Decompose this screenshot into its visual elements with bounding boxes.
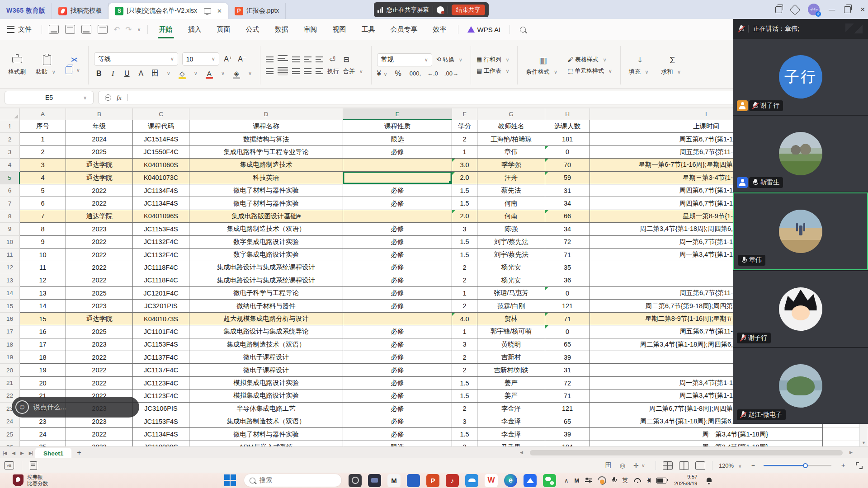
cell[interactable]: 通达学院 bbox=[66, 210, 133, 223]
edge-app-icon[interactable]: e bbox=[504, 474, 517, 487]
cell[interactable]: 13 bbox=[20, 287, 66, 300]
participant-tile[interactable]: 子行谢子行 bbox=[733, 39, 868, 115]
column-header[interactable]: F bbox=[452, 108, 477, 120]
workspace-icon[interactable] bbox=[790, 4, 801, 15]
column-header[interactable]: D bbox=[189, 108, 343, 120]
cell[interactable]: 34 bbox=[545, 223, 590, 235]
cell[interactable]: 限选 bbox=[343, 441, 452, 446]
cell[interactable]: JC1134F4S bbox=[133, 184, 189, 197]
cell[interactable]: 0 bbox=[545, 325, 590, 338]
font-name-select[interactable]: 等线∨ bbox=[94, 52, 178, 66]
camera-app-icon[interactable] bbox=[349, 474, 362, 487]
zoom-in-icon[interactable]: ＋ bbox=[840, 461, 846, 469]
tray-expand-icon[interactable]: ∧ bbox=[564, 477, 569, 484]
format-painter-button[interactable]: 格式刷 bbox=[5, 53, 28, 78]
cell[interactable]: 集成电路设计与集成系统导论 bbox=[189, 325, 343, 338]
cell[interactable]: 2022 bbox=[66, 364, 133, 376]
cell[interactable]: 年级 bbox=[66, 120, 133, 133]
cell[interactable]: 数字集成电路设计实验 bbox=[189, 249, 343, 261]
row-header[interactable]: 6 bbox=[0, 184, 20, 197]
cell[interactable]: 微纳电子材料与器件 bbox=[189, 300, 343, 312]
cell[interactable]: 5 bbox=[20, 184, 66, 197]
cell[interactable]: 必修 bbox=[343, 274, 452, 287]
cell[interactable]: 2 bbox=[452, 261, 477, 274]
cell[interactable]: K0401060S bbox=[133, 159, 189, 171]
hamburger-icon[interactable] bbox=[7, 26, 14, 33]
cell[interactable]: 11 bbox=[20, 261, 66, 274]
cell[interactable]: JC1123F4C bbox=[133, 377, 189, 389]
number-format-select[interactable]: 常规∨ bbox=[377, 53, 432, 66]
cell[interactable]: 序号 bbox=[20, 120, 66, 133]
cell[interactable]: 集成电路设计与集成系统课程设计 bbox=[189, 261, 343, 274]
cell[interactable]: JC1514F4S bbox=[133, 133, 189, 145]
wechat-app-icon[interactable] bbox=[543, 474, 556, 487]
cell[interactable]: JC1201F4C bbox=[133, 287, 189, 300]
cell[interactable]: 3 bbox=[20, 159, 66, 171]
cell[interactable]: 必修 bbox=[343, 403, 452, 415]
row-header[interactable]: 9 bbox=[0, 223, 20, 235]
redo-icon[interactable]: ↷ bbox=[125, 25, 132, 34]
clock[interactable]: 9:572025/8/19 bbox=[674, 474, 697, 487]
undo-icon[interactable]: ↶ bbox=[113, 25, 120, 34]
cell[interactable]: 2022 bbox=[66, 249, 133, 261]
column-header[interactable]: E bbox=[343, 108, 452, 120]
cell[interactable]: 课程代码 bbox=[133, 120, 189, 133]
cell[interactable]: 25 bbox=[20, 441, 66, 446]
cell[interactable]: 何南 bbox=[477, 197, 545, 210]
column-header[interactable]: C bbox=[133, 108, 189, 120]
cell[interactable]: 31 bbox=[545, 364, 590, 376]
cell[interactable]: 2.0 bbox=[452, 210, 477, 223]
cell[interactable]: 王海艳/柏晞琼 bbox=[477, 133, 545, 145]
borders-button[interactable]: 田 bbox=[150, 69, 160, 78]
tab-效率[interactable]: 效率 bbox=[425, 19, 454, 39]
horizontal-scrollbar[interactable]: ◀ ▶ bbox=[520, 450, 853, 456]
cell[interactable]: 集成电路设计与集成系统课程设计 bbox=[189, 274, 343, 287]
cell[interactable]: 2025 bbox=[66, 287, 133, 300]
sheet-tab[interactable]: Sheet1 bbox=[35, 448, 71, 459]
fullscreen-icon[interactable] bbox=[856, 462, 863, 469]
cell[interactable]: JC3201PIS bbox=[133, 300, 189, 312]
restore-button[interactable] bbox=[844, 6, 851, 13]
cell[interactable]: 1 bbox=[20, 133, 66, 145]
cell[interactable]: JC1118F4C bbox=[133, 261, 189, 274]
align-middle-icon[interactable] bbox=[278, 55, 288, 64]
cell[interactable]: 2025 bbox=[66, 146, 133, 159]
cell[interactable]: 39 bbox=[545, 428, 590, 441]
decrease-decimal-icon[interactable]: .00→ bbox=[444, 70, 458, 77]
increase-decimal-icon[interactable]: ←.0 bbox=[427, 70, 438, 77]
save-icon[interactable] bbox=[49, 25, 59, 34]
cell[interactable]: 65 bbox=[545, 338, 590, 351]
cell[interactable] bbox=[343, 172, 452, 184]
select-all-corner[interactable] bbox=[0, 108, 20, 120]
file-tab[interactable]: 找稻壳模板 bbox=[52, 3, 108, 19]
cell[interactable]: 刘宇/蔡先法 bbox=[477, 249, 545, 261]
cell[interactable]: 71 bbox=[545, 249, 590, 261]
cell[interactable]: 刘宇/蔡先法 bbox=[477, 236, 545, 249]
cell[interactable]: 8 bbox=[20, 223, 66, 235]
cell[interactable]: 59 bbox=[545, 172, 590, 184]
cell[interactable]: 必修 bbox=[343, 184, 452, 197]
cell[interactable]: 半导体集成电路工艺 bbox=[189, 403, 343, 415]
font-size-select[interactable]: 10∨ bbox=[182, 52, 219, 66]
cell[interactable]: 2022 bbox=[66, 377, 133, 389]
cell[interactable]: 模拟集成电路设计实验 bbox=[189, 389, 343, 402]
cell[interactable]: 蔡先法 bbox=[477, 184, 545, 197]
cell[interactable]: 4.0 bbox=[452, 313, 477, 325]
row-header[interactable]: 1 bbox=[0, 120, 20, 133]
tab-公式[interactable]: 公式 bbox=[238, 19, 267, 39]
cell[interactable]: 学分 bbox=[452, 120, 477, 133]
participant-tile[interactable]: 赵江-微电子 bbox=[733, 348, 868, 424]
cell[interactable]: 范霖/白刚 bbox=[477, 300, 545, 312]
cell[interactable]: 限选 bbox=[343, 133, 452, 145]
tab-数据[interactable]: 数据 bbox=[267, 19, 296, 39]
cell[interactable]: 2 bbox=[452, 441, 477, 446]
decrease-indent-icon[interactable] bbox=[304, 56, 311, 62]
underline-button[interactable]: U bbox=[122, 70, 132, 78]
tab-开始[interactable]: 开始 bbox=[151, 19, 180, 39]
cell[interactable]: 121 bbox=[545, 300, 590, 312]
row-header[interactable]: 10 bbox=[0, 236, 20, 249]
cell[interactable]: 2022 bbox=[66, 236, 133, 249]
cell[interactable]: 必修 bbox=[343, 389, 452, 402]
cell[interactable]: 2022 bbox=[66, 351, 133, 364]
increase-font-icon[interactable]: A⁺ bbox=[223, 55, 233, 63]
